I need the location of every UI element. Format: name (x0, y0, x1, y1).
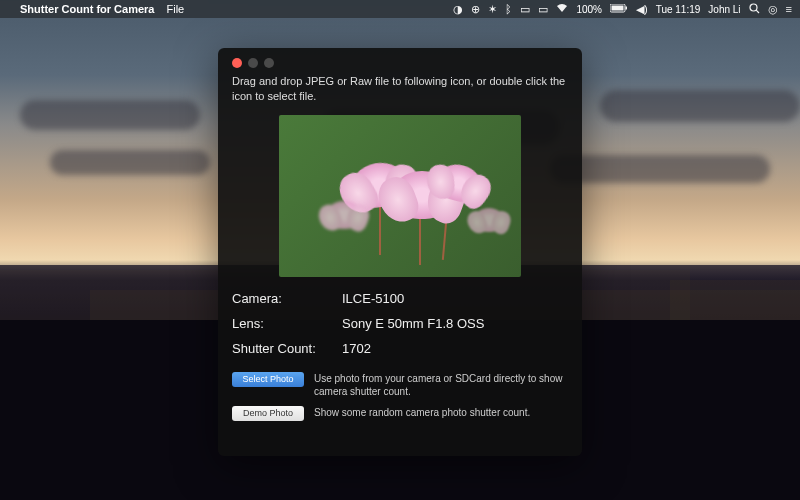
camera-label: Camera: (232, 291, 342, 306)
wifi-icon[interactable] (556, 3, 568, 15)
status-icon-2[interactable]: ⊕ (471, 3, 480, 16)
bluetooth-icon[interactable]: ᛒ (505, 3, 512, 15)
notification-center-icon[interactable]: ≡ (786, 3, 792, 15)
instruction-text: Drag and drop JPEG or Raw file to follow… (232, 74, 568, 105)
app-window: Drag and drop JPEG or Raw file to follow… (218, 48, 582, 456)
display-icon[interactable]: ▭ (520, 3, 530, 16)
app-menu[interactable]: Shutter Count for Camera (20, 3, 154, 15)
lens-label: Lens: (232, 316, 342, 331)
close-button[interactable] (232, 58, 242, 68)
file-menu[interactable]: File (166, 3, 184, 15)
clock[interactable]: Tue 11:19 (656, 4, 701, 15)
svg-rect-1 (611, 6, 623, 11)
siri-icon[interactable]: ◎ (768, 3, 778, 16)
user-name[interactable]: John Li (708, 4, 740, 15)
status-icon-3[interactable]: ✶ (488, 3, 497, 16)
camera-value: ILCE-5100 (342, 291, 568, 306)
status-icon-1[interactable]: ◑ (453, 3, 463, 16)
photo-drop-zone[interactable] (279, 115, 521, 277)
system-menubar: Shutter Count for Camera File ◑ ⊕ ✶ ᛒ ▭ … (0, 0, 800, 18)
select-photo-button[interactable]: Select Photo (232, 372, 304, 387)
svg-rect-2 (625, 7, 627, 10)
shutter-count-label: Shutter Count: (232, 341, 342, 356)
maximize-button[interactable] (264, 58, 274, 68)
select-photo-description: Use photo from your camera or SDCard dir… (314, 372, 568, 398)
shutter-count-value: 1702 (342, 341, 568, 356)
svg-point-3 (750, 4, 757, 11)
battery-percent: 100% (576, 4, 602, 15)
minimize-button[interactable] (248, 58, 258, 68)
airplay-icon[interactable]: ▭ (538, 3, 548, 16)
spotlight-icon[interactable] (749, 3, 760, 16)
window-controls (232, 56, 568, 74)
lens-value: Sony E 50mm F1.8 OSS (342, 316, 568, 331)
demo-photo-button[interactable]: Demo Photo (232, 406, 304, 421)
volume-icon[interactable]: ◀) (636, 3, 648, 16)
demo-photo-description: Show some random camera photo shutter co… (314, 406, 568, 419)
svg-line-4 (756, 10, 759, 13)
exif-info-table: Camera: ILCE-5100 Lens: Sony E 50mm F1.8… (232, 291, 568, 356)
battery-icon[interactable] (610, 3, 628, 15)
